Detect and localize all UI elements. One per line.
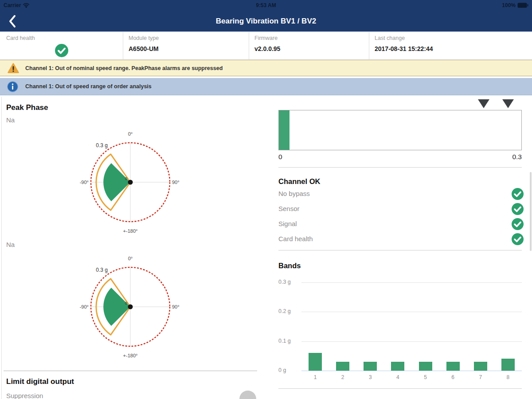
channel-ok-title: Channel OK	[278, 177, 320, 186]
warning-banner: Channel 1: Out of nominal speed range. P…	[0, 60, 532, 76]
bands-bar	[474, 362, 487, 371]
bands-x-tick-label: 1	[306, 374, 324, 380]
module-type-cell: Module type A6500-UM	[123, 32, 249, 59]
card-health-label: Card health	[6, 35, 123, 41]
bands-x-tick-label: 3	[361, 374, 379, 380]
bands-gridline	[301, 371, 522, 371]
info-banner: Channel 1: Out of speed range of order a…	[0, 78, 532, 95]
bands-bar-chart: 0.3 g0.2 g0.1 g0 g12345678	[278, 275, 522, 386]
info-banner-text: Channel 1: Out of speed range of order a…	[25, 83, 152, 90]
bands-bar	[419, 362, 432, 371]
sensor-ok-icon	[512, 203, 524, 217]
card-health-ok-icon-right	[512, 233, 524, 247]
svg-text:-90°: -90°	[80, 180, 89, 185]
firmware-value: v2.0.0.95	[254, 45, 369, 52]
gauge-min-label: 0	[278, 153, 282, 161]
status-row-label: Card health	[278, 235, 313, 243]
status-row-label: Sensor	[278, 205, 300, 212]
limit-marker-triangle-icon	[478, 99, 489, 108]
svg-text:-90°: -90°	[80, 304, 89, 309]
status-row-label: No bypass	[278, 190, 310, 197]
bands-x-tick-label: 2	[334, 374, 352, 380]
info-circle-icon	[7, 81, 18, 94]
warning-banner-text: Channel 1: Out of nominal speed range. P…	[25, 65, 223, 71]
content-edge-line	[1, 97, 2, 399]
gauge-value-bar	[279, 110, 289, 150]
bands-bar	[309, 353, 322, 371]
ios-status-bar: Carrier 9:53 AM 100%	[0, 0, 532, 12]
bands-y-tick-label: 0.1 g	[278, 338, 299, 344]
vibration-gauge	[278, 110, 522, 150]
limit-marker-triangle-icon	[502, 99, 514, 108]
last-change-value: 2017-08-31 15:22:44	[375, 45, 532, 52]
gauge-limit-markers	[278, 99, 522, 108]
svg-text:0°: 0°	[128, 256, 133, 261]
no-bypass-ok-icon	[512, 188, 524, 202]
module-info-strip: Card health Module type A6500-UM Firmwar…	[0, 31, 532, 60]
bands-gridline	[301, 312, 522, 312]
suppression-toggle[interactable]	[239, 391, 256, 399]
svg-text:+-180°: +-180°	[123, 228, 138, 234]
bands-gridline	[301, 341, 522, 342]
peak-phase-channel1-value: Na	[6, 116, 15, 124]
svg-text:+-180°: +-180°	[123, 353, 138, 358]
right-divider-1	[278, 167, 522, 168]
card-health-ok-icon	[55, 44, 68, 59]
svg-text:90°: 90°	[172, 180, 180, 185]
module-type-value: A6500-UM	[129, 45, 249, 52]
bands-x-tick-label: 5	[417, 374, 434, 380]
svg-text:0.3 g: 0.3 g	[96, 142, 108, 149]
right-divider-3	[278, 388, 522, 389]
bands-bar	[501, 359, 515, 371]
svg-text:0: 0	[125, 301, 127, 305]
battery-icon	[517, 3, 528, 8]
firmware-cell: Firmware v2.0.0.95	[249, 32, 369, 59]
bands-bar	[446, 362, 460, 371]
signal-ok-icon	[512, 218, 524, 232]
bands-y-tick-label: 0.2 g	[278, 308, 299, 314]
bands-bar	[364, 362, 377, 371]
right-divider-2	[278, 250, 522, 250]
bands-x-tick-label: 8	[499, 374, 517, 380]
warning-triangle-icon	[8, 63, 19, 75]
suppression-label: Suppression	[6, 392, 43, 399]
peak-phase-polar-chart-1: 0°90°-90°+-180°0.3 g0	[77, 128, 184, 237]
bands-gridline	[301, 282, 522, 283]
battery-percent-label: 100%	[502, 2, 516, 8]
scroll-indicator	[530, 172, 532, 251]
bands-x-tick-label: 6	[444, 374, 462, 380]
bands-title: Bands	[278, 262, 301, 270]
left-section-divider	[4, 371, 257, 371]
peak-phase-channel2-value: Na	[6, 241, 15, 248]
navigation-bar: Bearing Vibration BV1 / BV2	[0, 12, 532, 31]
last-change-label: Last change	[375, 35, 532, 41]
card-health-cell: Card health	[0, 32, 123, 59]
svg-text:0°: 0°	[128, 131, 133, 137]
svg-text:0.3 g: 0.3 g	[96, 267, 108, 273]
clock-label: 9:53 AM	[0, 2, 532, 8]
peak-phase-title: Peak Phase	[6, 103, 48, 112]
bearing-vibration-screen: Carrier 9:53 AM 100% Bearing Vibration B…	[0, 0, 532, 399]
page-title: Bearing Vibration BV1 / BV2	[0, 17, 532, 26]
bands-y-tick-label: 0.3 g	[278, 279, 299, 285]
bands-bar	[391, 362, 404, 371]
last-change-cell: Last change 2017-08-31 15:22:44	[369, 32, 532, 59]
peak-phase-polar-chart-2: 0°90°-90°+-180°0.3 g0	[77, 253, 184, 361]
module-type-label: Module type	[129, 35, 249, 41]
firmware-label: Firmware	[254, 35, 369, 41]
gauge-max-label: 0.3	[477, 153, 522, 161]
bands-y-tick-label: 0 g	[278, 367, 299, 373]
status-row-label: Signal	[278, 220, 297, 227]
bands-x-tick-label: 4	[389, 374, 407, 380]
bands-bar	[336, 362, 349, 371]
limit-digital-output-title: Limit digital output	[6, 377, 74, 386]
svg-text:0: 0	[125, 176, 127, 181]
bands-x-tick-label: 7	[472, 374, 489, 380]
svg-text:90°: 90°	[172, 304, 180, 309]
